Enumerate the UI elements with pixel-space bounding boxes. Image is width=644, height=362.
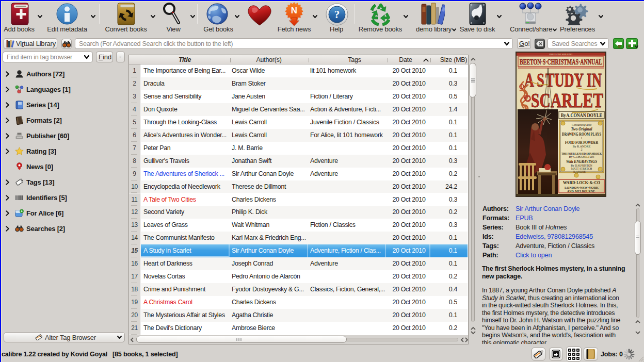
svg-text:PRICE ONE SHILLING: PRICE ONE SHILLING <box>550 53 573 56</box>
svg-text:N: N <box>291 6 297 15</box>
svg-text:A S TUDY IN: A S TUDY IN <box>524 69 602 91</box>
svg-text:By C.J.HAMILTON: By C.J.HAMILTON <box>569 155 594 158</box>
svg-text:BEETON·S·CHRISTMAS·ANNUAL: BEETON·S·CHRISTMAS·ANNUAL <box>520 57 602 66</box>
svg-text:SCARLET: SCARLET <box>531 89 603 112</box>
svg-text:?: ? <box>334 8 340 21</box>
svg-text:DRAWING ROOM PLAYS: DRAWING ROOM PLAYS <box>562 131 601 137</box>
svg-text:AND·MELBOURNE·: AND·MELBOURNE· <box>567 189 596 193</box>
svg-text:R.ANDRE: R.ANDRE <box>573 170 586 173</box>
svg-text:FOOD FOR POWDER: FOOD FOR POWDER <box>565 140 598 145</box>
svg-text:Containing also: Containing also <box>572 123 592 126</box>
svg-text:By A.CONAN DOYLE: By A.CONAN DOYLE <box>561 113 602 118</box>
svg-text:WARD·LOCK·&·CO: WARD·LOCK·&·CO <box>563 180 600 185</box>
svg-text:With ENGRAVINGS: With ENGRAVINGS <box>566 159 597 164</box>
svg-text:Two Original: Two Original <box>571 127 592 131</box>
svg-text:2: 2 <box>581 148 583 151</box>
